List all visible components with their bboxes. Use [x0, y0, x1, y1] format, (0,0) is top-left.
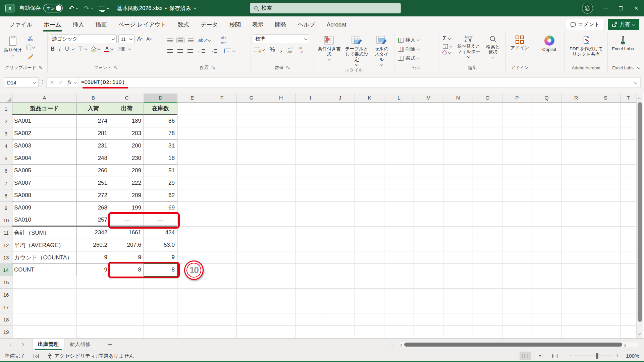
cell-F14[interactable]: [207, 264, 237, 276]
cell-K17[interactable]: [355, 301, 384, 313]
cell-P19[interactable]: [502, 326, 532, 338]
cell-O11[interactable]: [473, 227, 502, 239]
cell-K5[interactable]: [355, 152, 384, 165]
cell-P15[interactable]: [502, 276, 532, 289]
cell-B1[interactable]: 入荷: [77, 103, 110, 115]
cell-T19[interactable]: [621, 326, 636, 338]
cell-I6[interactable]: [296, 165, 325, 177]
cell-Q12[interactable]: [532, 239, 561, 251]
cell-E17[interactable]: [177, 301, 207, 313]
cell-R18[interactable]: [561, 313, 591, 326]
cell-G18[interactable]: [237, 313, 266, 326]
cell-I13[interactable]: [296, 251, 325, 264]
cell-P8[interactable]: [502, 189, 532, 202]
cell-J14[interactable]: [325, 264, 355, 276]
cell-Q16[interactable]: [532, 289, 561, 301]
wrap-text-button[interactable]: abc↩: [220, 35, 227, 46]
cell-E12[interactable]: [177, 239, 207, 251]
cell-K18[interactable]: [355, 313, 384, 326]
font-dialog-launcher-icon[interactable]: [114, 66, 118, 69]
cell-P7[interactable]: [502, 177, 532, 189]
row-header-19[interactable]: 19: [0, 326, 12, 338]
cell-B18[interactable]: [77, 313, 110, 326]
cell-N9[interactable]: [443, 202, 473, 214]
column-header-H[interactable]: H: [266, 94, 296, 103]
cell-M4[interactable]: [414, 140, 443, 152]
excel-labs-button[interactable]: Excel Labs: [610, 35, 636, 53]
cell-H7[interactable]: [266, 177, 296, 189]
cell-R14[interactable]: [561, 264, 591, 276]
cell-Q8[interactable]: [532, 189, 561, 202]
cell-B10[interactable]: 257: [77, 214, 110, 227]
cell-J13[interactable]: [325, 251, 355, 264]
align-middle-button[interactable]: [176, 38, 184, 43]
cell-B7[interactable]: 251: [77, 177, 110, 189]
column-header-G[interactable]: G: [237, 94, 266, 103]
cell-C7[interactable]: 222: [110, 177, 144, 189]
cell-H17[interactable]: [266, 301, 296, 313]
column-header-F[interactable]: F: [207, 94, 237, 103]
cell-J18[interactable]: [325, 313, 355, 326]
format-painter-button[interactable]: [25, 53, 36, 60]
column-header-P[interactable]: P: [502, 94, 532, 103]
enter-formula-icon[interactable]: ✓: [57, 79, 65, 85]
cell-T11[interactable]: [621, 227, 636, 239]
avatar[interactable]: 窓: [582, 3, 593, 14]
cell-I9[interactable]: [296, 202, 325, 214]
cell-E7[interactable]: [177, 177, 207, 189]
cell-B17[interactable]: [77, 301, 110, 313]
ribbon-tab-ホーム[interactable]: ホーム: [38, 16, 67, 33]
percent-style-button[interactable]: %: [269, 46, 276, 54]
cell-K3[interactable]: [355, 127, 384, 140]
ribbon-tab-開発[interactable]: 開発: [269, 16, 292, 33]
close-button[interactable]: ×: [629, 0, 644, 16]
row-header-13[interactable]: 13: [0, 251, 12, 264]
cell-G2[interactable]: [237, 115, 266, 127]
cell-B11[interactable]: 2342: [77, 227, 110, 239]
cell-K9[interactable]: [355, 202, 384, 214]
cell-O12[interactable]: [473, 239, 502, 251]
cell-S2[interactable]: [591, 115, 621, 127]
cell-Q6[interactable]: [532, 165, 561, 177]
cell-A4[interactable]: SA003: [12, 140, 77, 152]
cell-S14[interactable]: [591, 264, 621, 276]
cell-R6[interactable]: [561, 165, 591, 177]
cell-M3[interactable]: [414, 127, 443, 140]
cell-P2[interactable]: [502, 115, 532, 127]
cell-I4[interactable]: [296, 140, 325, 152]
cell-O13[interactable]: [473, 251, 502, 264]
cell-S18[interactable]: [591, 313, 621, 326]
align-right-button[interactable]: [186, 49, 194, 54]
cell-N1[interactable]: [443, 103, 473, 115]
cell-T7[interactable]: [621, 177, 636, 189]
cell-S3[interactable]: [591, 127, 621, 140]
cell-H1[interactable]: [266, 103, 296, 115]
cell-Q9[interactable]: [532, 202, 561, 214]
column-header-D[interactable]: D: [144, 94, 177, 103]
cell-L7[interactable]: [384, 177, 414, 189]
cut-button[interactable]: [25, 35, 36, 42]
cell-F7[interactable]: [207, 177, 237, 189]
cell-N17[interactable]: [443, 301, 473, 313]
find-select-button[interactable]: 検索と選択: [482, 35, 503, 60]
cell-S13[interactable]: [591, 251, 621, 264]
cell-Q3[interactable]: [532, 127, 561, 140]
alignment-dialog-launcher-icon[interactable]: [212, 66, 215, 69]
row-header-7[interactable]: 7: [0, 177, 12, 189]
cell-K19[interactable]: [355, 326, 384, 338]
zoom-level[interactable]: 100%: [622, 353, 639, 359]
cell-S15[interactable]: [591, 276, 621, 289]
cell-T15[interactable]: [621, 276, 636, 289]
cell-P16[interactable]: [502, 289, 532, 301]
cell-J15[interactable]: [325, 276, 355, 289]
cell-B4[interactable]: 231: [77, 140, 110, 152]
cell-E6[interactable]: [177, 165, 207, 177]
macro-record-button[interactable]: [34, 354, 39, 358]
align-center-button[interactable]: [176, 49, 184, 54]
cell-C6[interactable]: 209: [110, 165, 144, 177]
excel-app-icon[interactable]: X: [5, 4, 14, 12]
column-header-K[interactable]: K: [355, 94, 384, 103]
sheet-tab-出庫管理[interactable]: 出庫管理: [33, 339, 64, 351]
cell-I15[interactable]: [296, 276, 325, 289]
cell-S6[interactable]: [591, 165, 621, 177]
